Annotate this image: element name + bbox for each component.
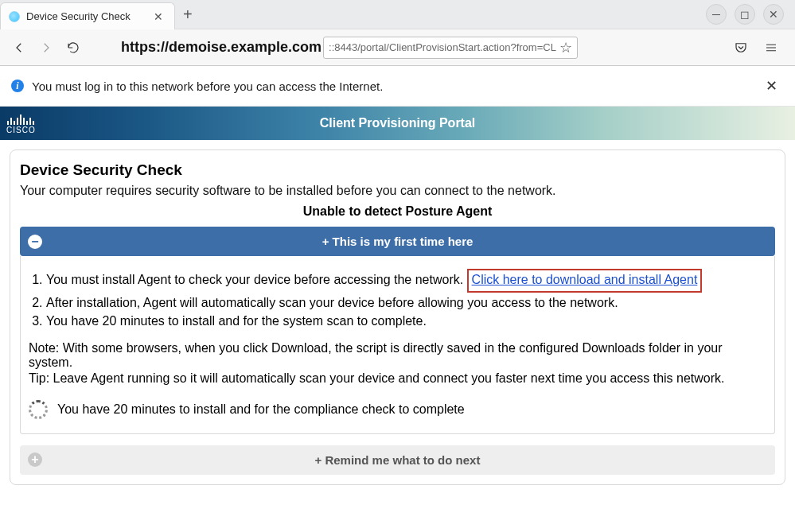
forward-button[interactable] [35,37,57,59]
hamburger-menu-icon[interactable] [760,37,782,59]
banner-text: You must log in to this network before y… [32,80,383,93]
url-path-text: ::8443/portal/ClientProvisionStart.actio… [329,41,556,53]
window-close-icon[interactable]: ✕ [763,4,784,25]
bookmark-star-icon[interactable]: ☆ [559,39,572,56]
accordion-first-time-label: + This is my first time here [322,235,473,248]
card-subheading: Your computer requires security software… [20,184,775,198]
tab-close-icon[interactable]: ✕ [150,9,166,25]
accordion-remind-label: + Remind me what to do next [315,453,481,467]
tab-title: Device Security Check [26,10,144,22]
accordion-first-time-header[interactable]: − + This is my first time here [20,227,775,256]
expand-icon: + [28,452,42,467]
step-1: You must install Agent to check your dev… [46,269,766,293]
loading-spinner-icon [29,400,48,419]
portal-header: CISCO Client Provisioning Portal [0,107,795,140]
compliance-status-text: You have 20 minutes to install and for t… [57,402,465,417]
back-button[interactable] [8,37,30,59]
page-content: Device Security Check Your computer requ… [0,140,795,495]
network-login-banner: i You must log in to this network before… [0,66,795,107]
step-3: You have 20 minutes to install and for t… [46,313,766,330]
url-path: ::8443/portal/ClientProvisionStart.actio… [323,37,578,59]
note-text: Note: With some browsers, when you click… [29,341,766,370]
download-agent-link[interactable]: Click here to download and install Agent [472,273,698,286]
window-minimize-icon[interactable]: ─ [706,4,727,25]
collapse-icon: − [28,235,42,249]
step-1-text: You must install Agent to check your dev… [46,273,467,286]
reload-button[interactable] [62,37,84,59]
window-maximize-icon[interactable]: ◻ [735,4,755,25]
step-2: After installation, Agent will automatic… [46,294,766,312]
pocket-icon[interactable] [730,37,752,59]
info-icon: i [11,80,24,92]
window-controls: ─ ◻ ✕ [706,4,790,25]
compliance-status-row: You have 20 minutes to install and for t… [29,400,766,419]
url-domain: https://demoise.example.com [121,39,322,56]
new-tab-button[interactable]: + [175,6,201,24]
browser-tab[interactable]: Device Security Check ✕ [0,2,175,29]
tip-text: Tip: Leave Agent running so it will auto… [29,371,766,386]
cisco-bars-icon [7,114,34,125]
tab-favicon [9,11,20,22]
address-bar: https://demoise.example.com ::8443/porta… [0,29,795,65]
accordion-remind-header[interactable]: + + Remind me what to do next [20,445,775,475]
banner-close-icon[interactable]: ✕ [759,74,784,98]
download-highlight: Click here to download and install Agent [467,269,703,293]
accordion-first-time-body: You must install Agent to check your dev… [20,256,775,434]
tab-bar: Device Security Check ✕ + ─ ◻ ✕ [0,0,795,29]
url-area[interactable]: https://demoise.example.com ::8443/porta… [121,37,725,59]
security-check-card: Device Security Check Your computer requ… [10,150,785,485]
cisco-logo: CISCO [6,112,36,134]
portal-title: Client Provisioning Portal [320,116,476,130]
cisco-logo-text: CISCO [6,126,36,134]
browser-chrome: Device Security Check ✕ + ─ ◻ ✕ https://… [0,0,795,66]
card-heading: Device Security Check [20,161,775,179]
detect-message: Unable to detect Posture Agent [20,204,775,219]
